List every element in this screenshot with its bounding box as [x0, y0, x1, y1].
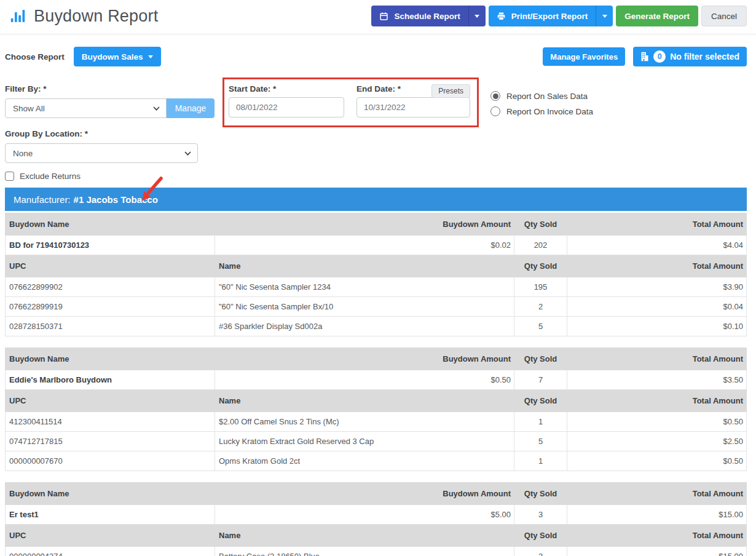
chevron-down-icon	[184, 151, 191, 156]
buydown-group-table: Buydown Name Buydown Amount Qty Sold Tot…	[5, 213, 747, 336]
manage-filter-button[interactable]: Manage	[167, 98, 215, 118]
exclude-returns-checkbox[interactable]	[5, 172, 14, 181]
chevron-down-icon	[153, 106, 160, 111]
print-export-label: Print/Export Report	[511, 12, 588, 21]
report-results: Manufacturer: #1 Jacobs Tobacco Buydown …	[5, 188, 747, 556]
end-date-input[interactable]	[356, 97, 470, 117]
buydown-row: BD for 719410730123 $0.02 202 $4.04	[6, 236, 747, 255]
manage-favorites-button[interactable]: Manage Favorites	[543, 47, 625, 66]
page-title: Buydown Report	[34, 7, 158, 26]
buydown-header-row: Buydown Name Buydown Amount Qty Sold Tot…	[6, 213, 747, 236]
upc-header-row: UPC Name Qty Sold Total Amount	[6, 255, 747, 277]
start-date-input[interactable]	[229, 97, 344, 117]
print-export-button[interactable]: Print/Export Report	[489, 6, 613, 26]
upc-row: 074712717815 Lucky Kratom Extract Gold R…	[6, 432, 747, 451]
presets-button[interactable]: Presets	[431, 84, 470, 98]
sales-data-label: Report On Sales Data	[506, 92, 588, 101]
upc-row: 412300411514 $2.00 Off Camel Snus 2 Tins…	[6, 412, 747, 432]
invoice-data-radio[interactable]	[490, 106, 500, 116]
toolbar: Choose Report Buydown Sales Manage Favor…	[5, 47, 747, 66]
upc-row: 076622899919 "60" Nic Sesenta Sampler Bx…	[6, 297, 747, 317]
report-type-value: Buydown Sales	[82, 52, 143, 62]
generate-report-button[interactable]: Generate Report	[616, 6, 698, 26]
calendar-icon	[379, 12, 388, 21]
page-header: Buydown Report Schedule Report	[0, 0, 756, 34]
buydown-header-row: Buydown Name Buydown Amount Qty Sold Tot…	[6, 348, 747, 370]
filter-by-value: Show All	[13, 104, 45, 113]
report-type-dropdown[interactable]: Buydown Sales	[74, 47, 161, 66]
invoice-data-label: Report On Invoice Data	[506, 107, 593, 116]
filters-section: Filter By: * Show All Manage Group By Lo…	[5, 77, 747, 181]
filter-by-label: Filter By: *	[5, 84, 215, 93]
sales-data-radio[interactable]	[490, 91, 500, 101]
cancel-button[interactable]: Cancel	[701, 6, 747, 26]
upc-row: 000000007670 Opms Kratom Gold 2ct 1 $0.5…	[6, 451, 747, 471]
group-by-location-select[interactable]: None	[5, 143, 198, 163]
print-export-caret[interactable]	[596, 6, 613, 26]
schedule-report-label: Schedule Report	[394, 12, 460, 21]
filter-status-label: No filter selected	[670, 52, 739, 62]
buydown-group-table: Buydown Name Buydown Amount Qty Sold Tot…	[5, 348, 747, 471]
bar-chart-icon	[9, 7, 27, 25]
schedule-report-button[interactable]: Schedule Report	[371, 6, 485, 26]
exclude-returns-option[interactable]: Exclude Returns	[5, 172, 215, 181]
start-date-label: Start Date: *	[229, 84, 344, 93]
filter-by-select[interactable]: Show All	[5, 98, 167, 118]
building-icon	[640, 52, 649, 62]
report-on-invoice-option[interactable]: Report On Invoice Data	[490, 106, 593, 116]
annotation-red-box: Start Date: * End Date: * Presets	[222, 77, 479, 127]
buydown-row: Eddie's Marlboro Buydown $0.50 7 $3.50	[6, 370, 747, 390]
upc-header-row: UPC Name Qty Sold Total Amount	[6, 525, 747, 547]
filter-count-badge: 0	[653, 50, 666, 63]
buydown-group-table: Buydown Name Buydown Amount Qty Sold Tot…	[5, 482, 747, 556]
upc-header-row: UPC Name Qty Sold Total Amount	[6, 390, 747, 412]
buydown-header-row: Buydown Name Buydown Amount Qty Sold Tot…	[6, 483, 747, 505]
location-filter-button[interactable]: 0 No filter selected	[633, 47, 747, 66]
group-by-location-label: Group By Location: *	[5, 129, 215, 138]
choose-report-label: Choose Report	[5, 52, 65, 62]
upc-row: 028728150371 #36 Sparkler Display Sd002a…	[6, 317, 747, 336]
printer-icon	[497, 12, 506, 21]
schedule-report-caret[interactable]	[468, 6, 486, 26]
group-by-location-value: None	[13, 149, 33, 158]
upc-row: 076622899902 "60" Nic Sesenta Sampler 12…	[6, 277, 747, 297]
manufacturer-header: Manufacturer: #1 Jacobs Tobacco	[5, 188, 747, 211]
exclude-returns-label: Exclude Returns	[20, 172, 81, 181]
manufacturer-label: Manufacturer:	[14, 194, 71, 205]
chevron-down-icon	[148, 55, 153, 58]
report-on-sales-option[interactable]: Report On Sales Data	[490, 91, 593, 101]
upc-row: 000000004374 Battery Case (2 18650) Blue…	[6, 547, 747, 556]
manufacturer-name: #1 Jacobs Tobacco	[74, 194, 158, 205]
buydown-row: Er test1 $5.00 3 $15.00	[6, 505, 747, 525]
